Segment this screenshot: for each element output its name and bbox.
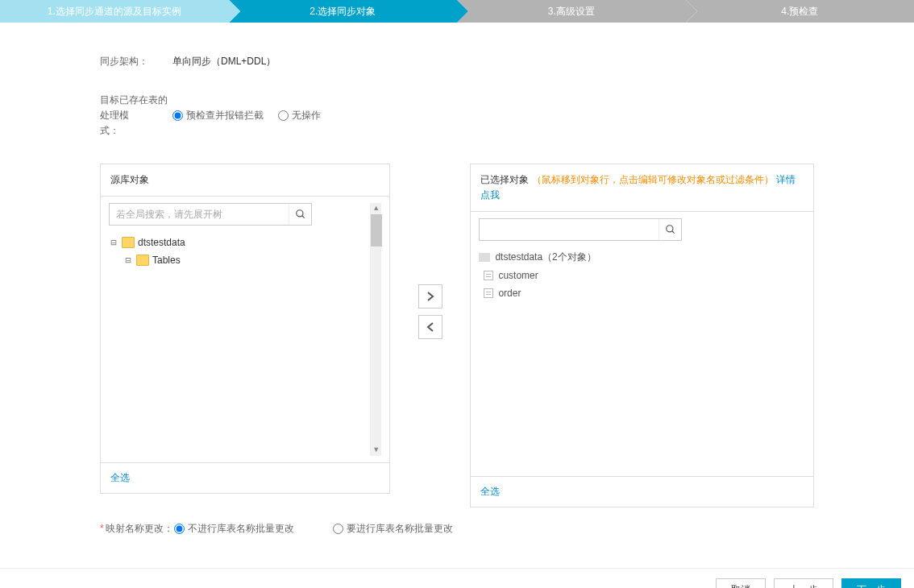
folder-icon [136, 255, 149, 266]
tree-child-row[interactable]: ⊟ Tables [109, 251, 370, 269]
step-2[interactable]: 2.选择同步对象 [229, 0, 458, 23]
search-icon[interactable] [289, 204, 311, 225]
move-right-button[interactable] [418, 284, 442, 308]
table-icon [484, 288, 493, 298]
selected-panel-title: 已选择对象 [480, 174, 529, 185]
database-icon [479, 253, 490, 262]
existing-mode-label: 目标已存在表的处理模 式： [100, 93, 172, 139]
sync-arch-row: 同步架构： 单向同步（DML+DDL） [100, 55, 914, 68]
selected-db-label: dtstestdata（2个对象） [495, 251, 596, 264]
scrollbar[interactable]: ▲ ▼ [370, 203, 381, 456]
cancel-button[interactable]: 取消 [716, 578, 766, 588]
tree-child-label: Tables [152, 255, 181, 266]
scroll-thumb[interactable] [371, 214, 382, 246]
selected-table-row[interactable]: customer [479, 267, 805, 284]
selected-objects-panel: 已选择对象 （鼠标移到对象行，点击编辑可修改对象名或过滤条件） 详情点我 dts… [470, 164, 814, 507]
tree-root-row[interactable]: ⊟ dtstestdata [109, 234, 370, 251]
tree-collapse-icon[interactable]: ⊟ [109, 237, 118, 248]
source-panel-title: 源库对象 [101, 164, 389, 197]
move-left-button[interactable] [418, 315, 442, 339]
selected-panel-hint: （鼠标移到对象行，点击编辑可修改对象名或过滤条件） [532, 174, 774, 185]
selected-search-input[interactable] [480, 219, 658, 240]
step-3[interactable]: 3.高级设置 [457, 0, 686, 23]
sync-arch-value: 单向同步（DML+DDL） [172, 55, 276, 68]
mapping-option-change[interactable]: 要进行库表名称批量更改 [333, 522, 453, 536]
previous-button[interactable]: 上一步 [774, 578, 833, 588]
step-4-label: 4.预检查 [781, 6, 818, 17]
svg-point-0 [296, 210, 302, 217]
selected-panel-header: 已选择对象 （鼠标移到对象行，点击编辑可修改对象名或过滤条件） 详情点我 [471, 164, 813, 212]
next-button[interactable]: 下一步 [841, 578, 901, 588]
selected-table-label: order [498, 288, 521, 299]
source-select-all-link[interactable]: 全选 [110, 472, 130, 483]
sync-arch-label: 同步架构： [100, 55, 172, 68]
mapping-row: 映射名称更改： 不进行库表名称批量更改 要进行库表名称批量更改 [0, 507, 914, 568]
step-3-label: 3.高级设置 [548, 6, 595, 17]
selected-table-label: customer [498, 270, 538, 281]
transfer-arrows [390, 164, 470, 339]
source-tree: ⊟ dtstestdata ⊟ Tables [109, 234, 370, 269]
step-4[interactable]: 4.预检查 [686, 0, 915, 23]
svg-line-1 [301, 216, 304, 218]
mapping-option-no-change[interactable]: 不进行库表名称批量更改 [174, 522, 294, 536]
folder-icon [122, 237, 135, 248]
existing-mode-radio-check[interactable] [172, 110, 183, 121]
mapping-radio-no-change[interactable] [174, 524, 185, 534]
mapping-radio-change[interactable] [333, 524, 343, 534]
scroll-up-icon[interactable]: ▲ [372, 203, 380, 214]
selected-db-row[interactable]: dtstestdata（2个对象） [479, 249, 805, 267]
search-icon[interactable] [658, 219, 681, 240]
selected-table-row[interactable]: order [479, 284, 805, 302]
selected-list: dtstestdata（2个对象） customer order [479, 249, 805, 302]
table-icon [484, 271, 493, 280]
source-objects-panel: 源库对象 ⊟ dtstestdata ⊟ [100, 164, 390, 494]
footer-actions: 取消 上一步 下一步 [0, 568, 914, 588]
existing-mode-radio-noop[interactable] [278, 110, 289, 121]
existing-mode-row: 目标已存在表的处理模 式： 预检查并报错拦截 无操作 [100, 93, 914, 139]
wizard-steps: 1.选择同步通道的源及目标实例 2.选择同步对象 3.高级设置 4.预检查 [0, 0, 914, 23]
step-1[interactable]: 1.选择同步通道的源及目标实例 [0, 0, 229, 23]
step-1-label: 1.选择同步通道的源及目标实例 [48, 6, 181, 17]
scroll-down-icon[interactable]: ▼ [372, 445, 380, 456]
tree-collapse-icon[interactable]: ⊟ [123, 255, 133, 266]
svg-point-2 [667, 226, 673, 232]
step-2-label: 2.选择同步对象 [310, 6, 376, 17]
source-search [109, 203, 312, 226]
tree-root-label: dtstestdata [138, 237, 185, 248]
selected-select-all-link[interactable]: 全选 [480, 486, 500, 497]
source-search-input[interactable] [110, 204, 289, 225]
selected-search [479, 218, 682, 241]
existing-mode-option-check[interactable]: 预检查并报错拦截 [172, 109, 264, 122]
svg-line-3 [672, 231, 675, 234]
existing-mode-option-noop[interactable]: 无操作 [278, 109, 321, 122]
mapping-label: 映射名称更改： [100, 522, 174, 536]
